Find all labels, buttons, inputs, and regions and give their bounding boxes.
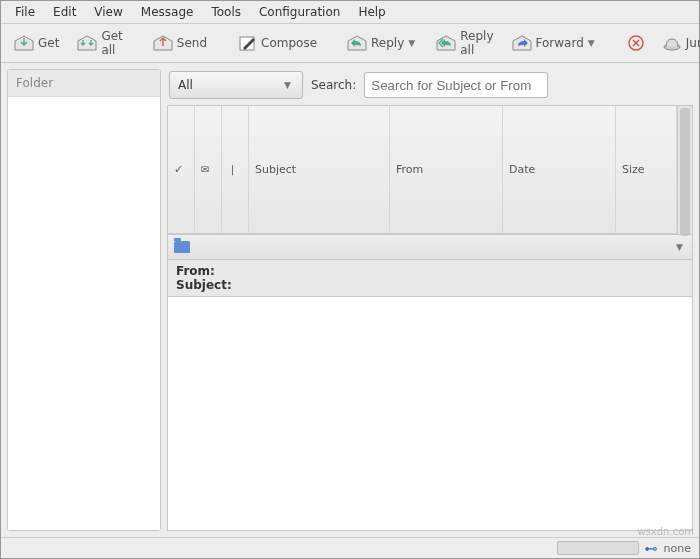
chevron-down-icon[interactable]: ▼ [588,38,598,48]
message-list[interactable]: ✓ ✉ ❘ Subject From Date Size [167,105,693,235]
progress-bar [557,541,639,555]
chevron-down-icon[interactable]: ▼ [676,242,686,252]
send-button[interactable]: Send [146,24,214,62]
compose-icon [237,34,257,52]
reply-all-icon [436,34,456,52]
menu-tools[interactable]: Tools [203,3,249,21]
network-icon[interactable]: ⊷ [645,541,658,556]
send-icon [153,34,173,52]
content-area: Folder All ▼ Search: ✓ ✉ ❘ Subject [1,63,699,537]
chevron-down-icon: ▼ [284,80,294,90]
forward-label: Forward [536,36,584,50]
search-row: All ▼ Search: [167,69,693,105]
inbox-down-icon [14,34,34,52]
search-input[interactable] [364,72,548,98]
replyall-button[interactable]: Reply all [429,24,500,62]
menu-configuration[interactable]: Configuration [251,3,348,21]
getall-button[interactable]: Get all [70,24,129,62]
col-status[interactable]: ✉ [195,106,222,233]
chevron-down-icon[interactable]: ▼ [408,38,418,48]
menubar: File Edit View Message Tools Configurati… [1,1,699,24]
sidebar-title: Folder [8,70,160,97]
forward-button[interactable]: Forward ▼ [505,24,605,62]
col-subject[interactable]: Subject [249,106,390,233]
status-bar: ⊷ none [1,537,699,558]
reply-button[interactable]: Reply ▼ [340,24,425,62]
reply-label: Reply [371,36,404,50]
message-header: From: Subject: [167,260,693,297]
forward-icon [512,34,532,52]
inbox-all-icon [77,34,97,52]
menu-edit[interactable]: Edit [45,3,84,21]
folder-tree[interactable] [8,97,160,530]
junk-icon [662,34,682,52]
send-label: Send [177,36,207,50]
col-from[interactable]: From [390,106,503,233]
svg-rect-0 [240,37,254,50]
menu-message[interactable]: Message [133,3,202,21]
compose-button[interactable]: Compose [230,24,324,62]
scrollbar[interactable] [677,106,692,234]
menu-file[interactable]: File [7,3,43,21]
watermark: wsxdn.com [637,526,694,537]
search-label: Search: [311,78,356,92]
toolbar: Get Get all Send Compose Reply ▼ Reply a… [1,24,699,63]
main-pane: All ▼ Search: ✓ ✉ ❘ Subject From Date Si… [167,69,693,531]
flag-icon: ❘ [228,164,236,175]
menu-help[interactable]: Help [350,3,393,21]
envelope-icon: ✉ [201,164,209,175]
folder-icon[interactable] [174,241,190,253]
from-label: From: [176,264,215,278]
menu-view[interactable]: View [86,3,130,21]
getall-label: Get all [101,29,122,57]
subject-label: Subject: [176,278,232,292]
folder-sidebar: Folder [7,69,161,531]
get-button[interactable]: Get [7,24,66,62]
filter-value: All [178,78,193,92]
col-attach[interactable]: ❘ [222,106,249,233]
junk-button[interactable]: Junk [655,24,700,62]
mail-client-window: File Edit View Message Tools Configurati… [0,0,700,559]
message-body[interactable] [167,297,693,531]
get-label: Get [38,36,59,50]
column-headers: ✓ ✉ ❘ Subject From Date Size [168,106,677,234]
filter-combo[interactable]: All ▼ [169,71,303,99]
delete-button[interactable] [621,24,651,62]
col-size[interactable]: Size [616,106,677,233]
network-status: none [664,542,691,555]
path-bar: ▼ [167,235,693,260]
reply-icon [347,34,367,52]
junk-label: Junk [686,36,700,50]
col-mark[interactable]: ✓ [168,106,195,233]
compose-label: Compose [261,36,317,50]
delete-icon [626,34,646,52]
replyall-label: Reply all [460,29,493,57]
col-date[interactable]: Date [503,106,616,233]
